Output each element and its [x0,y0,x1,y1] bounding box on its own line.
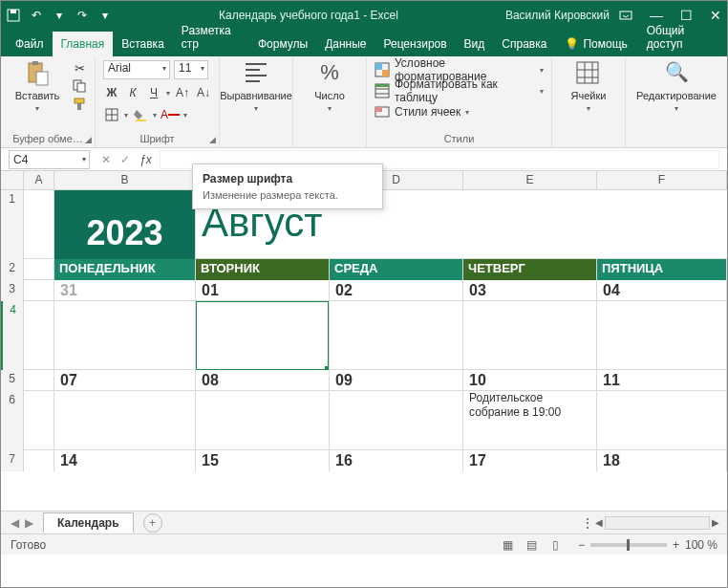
zoom-in-icon[interactable]: + [673,538,679,552]
tab-formulas[interactable]: Формулы [249,32,316,56]
cell-b3[interactable]: 31 [54,280,196,301]
view-normal-icon[interactable]: ▦ [497,538,518,552]
undo-icon[interactable]: ↶ [30,9,43,22]
cell-b7[interactable]: 14 [54,450,196,471]
hscroll-right-icon[interactable]: ▶ [712,517,719,528]
clipboard-launcher-icon[interactable]: ◢ [85,135,92,144]
view-pagebreak-icon[interactable]: ▯ [546,538,567,552]
sheet-tab-calendar[interactable]: Календарь [43,512,134,533]
cell-c6[interactable] [196,391,330,450]
tab-review[interactable]: Рецензиров [375,32,455,56]
tab-view[interactable]: Вид [456,32,494,56]
col-header-f[interactable]: F [597,171,727,189]
cell-f7[interactable]: 18 [597,450,727,471]
cell-f6[interactable] [597,391,727,450]
font-color-dropdown-icon[interactable]: ▾ [183,111,187,120]
cell-e5[interactable]: 10 [463,370,597,391]
paste-dropdown-icon[interactable]: ▾ [35,104,39,113]
underline-icon[interactable]: Ч [145,84,162,101]
cell-a4[interactable] [24,301,54,370]
tab-home[interactable]: Главная [53,32,114,56]
cell-e7[interactable]: 17 [463,450,597,471]
cell-d6[interactable] [330,391,463,450]
cell-d3[interactable]: 02 [330,280,463,301]
cell-c3[interactable]: 01 [196,280,330,301]
cell-d7[interactable]: 16 [330,450,463,471]
tab-help[interactable]: Справка [493,32,555,56]
increase-font-icon[interactable]: A↑ [174,84,191,101]
ribbon-options-icon[interactable] [619,8,632,23]
cell-c5[interactable]: 08 [196,370,330,391]
borders-icon[interactable] [103,106,120,123]
cell-a1[interactable] [24,190,54,259]
zoom-out-icon[interactable]: − [578,538,585,552]
fill-color-icon[interactable] [132,106,149,123]
alignment-dropdown-icon[interactable]: ▾ [254,104,258,113]
view-layout-icon[interactable]: ▤ [522,538,543,552]
tab-data[interactable]: Данные [316,32,375,56]
conditional-formatting[interactable]: Условное форматирование▾ [375,60,544,79]
cell-e6[interactable]: Родительское собрание в 19:00 [463,391,597,450]
sheet-nav-prev-icon[interactable]: ◀ [11,516,19,530]
col-header-e[interactable]: E [463,171,597,189]
cell-a5[interactable] [24,370,54,391]
day-header-mon[interactable]: ПОНЕДЕЛЬНИК [54,259,196,280]
cell-styles[interactable]: Стили ячеек▾ [375,102,469,121]
day-header-wed[interactable]: СРЕДА [330,259,463,280]
row-header-3[interactable]: 3 [1,280,24,301]
number-button[interactable]: % Число ▾ [301,60,358,113]
cell-e3[interactable]: 03 [463,280,597,301]
row-header-4[interactable]: 4 [1,301,24,370]
cells-button[interactable]: Ячейки ▾ [560,60,617,113]
col-header-a[interactable]: A [24,171,54,189]
decrease-font-icon[interactable]: A↓ [195,84,212,101]
bold-icon[interactable]: Ж [103,84,120,101]
cell-a2[interactable] [24,259,54,280]
fill-dropdown-icon[interactable]: ▾ [153,111,157,120]
font-name-select[interactable]: Arial▾ [103,60,170,79]
row-header-2[interactable]: 2 [1,259,24,280]
new-sheet-button[interactable]: + [143,513,162,533]
cell-f3[interactable]: 04 [597,280,727,301]
cells-dropdown-icon[interactable]: ▾ [587,104,590,113]
cell-a7[interactable] [24,450,54,471]
format-painter-icon[interactable] [72,97,87,112]
tab-insert[interactable]: Вставка [113,32,173,56]
row-header-7[interactable]: 7 [1,450,24,471]
col-header-b[interactable]: B [54,171,196,189]
zoom-value[interactable]: 100 % [685,538,717,552]
zoom-slider[interactable] [590,543,667,547]
day-header-thu[interactable]: ЧЕТВЕРГ [463,259,597,280]
row-header-1[interactable]: 1 [1,190,24,259]
name-box[interactable]: C4▾ [9,150,90,169]
save-icon[interactable] [7,9,20,22]
font-launcher-icon[interactable]: ◢ [209,135,216,144]
cut-icon[interactable]: ✂ [72,60,87,76]
cell-e4[interactable] [463,301,597,370]
day-header-fri[interactable]: ПЯТНИЦА [597,259,727,280]
qat-customize-icon[interactable]: ▾ [98,9,112,22]
cell-c4[interactable] [196,301,330,370]
select-all-corner[interactable] [1,171,24,189]
cell-c7[interactable]: 15 [196,450,330,471]
row-header-6[interactable]: 6 [1,391,24,450]
cell-b1-year[interactable]: 2023 [54,190,196,259]
copy-icon[interactable] [72,78,87,94]
cell-d4[interactable] [330,301,463,370]
help-button[interactable]: 💡Помощь [555,32,636,56]
fx-icon[interactable]: ƒx [139,153,152,166]
tab-file[interactable]: Файл [7,32,53,56]
font-size-select[interactable]: 11▾ [174,60,208,79]
cell-a6[interactable] [24,391,54,450]
share-button[interactable]: Общий доступ [637,18,721,56]
enter-formula-icon[interactable]: ✓ [120,153,130,166]
underline-dropdown-icon[interactable]: ▾ [166,89,170,98]
redo-icon[interactable]: ↷ [75,9,89,22]
sheet-nav-next-icon[interactable]: ▶ [25,516,33,530]
hscroll-track[interactable] [605,516,710,530]
cell-d5[interactable]: 09 [330,370,463,391]
row-header-5[interactable]: 5 [1,370,24,391]
cell-f5[interactable]: 11 [597,370,727,391]
editing-button[interactable]: 🔍 Редактирование ▾ [633,60,719,113]
italic-icon[interactable]: К [124,84,141,101]
